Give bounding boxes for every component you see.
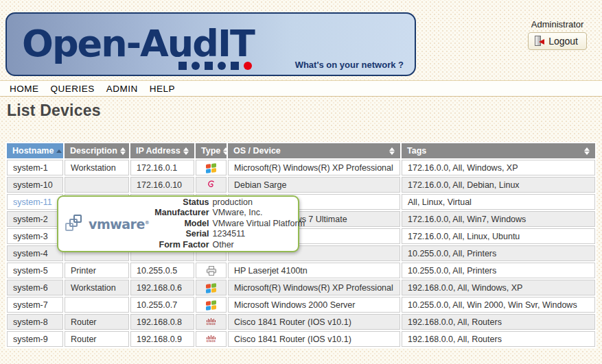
logo-title: Open-AudIT: [22, 22, 254, 65]
nav-item-admin[interactable]: ADMIN: [106, 84, 138, 94]
type-cell: [196, 297, 227, 313]
column-label: IP Address: [136, 146, 181, 156]
column-header-description[interactable]: Description: [65, 143, 129, 158]
column-header-hostname[interactable]: Hostname: [7, 143, 63, 158]
tags-cell: 192.168.0.0, All, Windows, XP: [402, 280, 595, 295]
sort-icon: [584, 147, 590, 155]
hostname-cell[interactable]: system-8: [7, 314, 63, 330]
column-header-tags[interactable]: Tags: [402, 143, 595, 158]
description-cell: Router: [65, 331, 129, 347]
hostname-cell[interactable]: system-7: [7, 297, 63, 313]
hostname-cell[interactable]: system-11: [7, 194, 63, 210]
cisco-icon: cisco: [207, 318, 216, 326]
table-row: system-1Workstation172.16.0.1Microsoft(R…: [7, 160, 595, 175]
ip-cell: 192.168.0.8: [130, 314, 194, 330]
logo-decoration: [178, 62, 252, 70]
main-nav: HOME QUERIES ADMIN HELP: [0, 80, 602, 97]
type-cell: [196, 177, 227, 193]
nav-item-queries[interactable]: QUERIES: [51, 84, 95, 94]
logout-button[interactable]: Logout: [528, 32, 587, 50]
os-cell: Microsoft(R) Windows(R) XP Professional: [228, 160, 400, 175]
table-row: system-710.255.0.7Microsoft Windows 2000…: [7, 297, 595, 313]
windows-icon: [206, 300, 216, 311]
device-detail-tooltip: vmware® StatusproductionManufacturerVMwa…: [57, 195, 299, 252]
nav-item-home[interactable]: HOME: [10, 84, 39, 94]
device-table-head: HostnameDescriptionIP AddressTypeOS / De…: [7, 143, 595, 158]
tooltip-field-label: Model: [154, 219, 209, 230]
tooltip-fields: StatusproductionManufacturerVMware, Inc.…: [154, 197, 305, 251]
tooltip-field-value: VMware, Inc.: [213, 208, 305, 219]
tags-cell: 172.16.0.0, All, Linux, Ubuntu: [402, 228, 595, 244]
tags-cell: 192.168.0.0, All, Routers: [402, 331, 595, 347]
hostname-cell[interactable]: system-2: [7, 211, 63, 227]
description-cell: Workstation: [65, 280, 129, 295]
column-header-os-device[interactable]: OS / Device: [228, 143, 400, 158]
sort-icon: [389, 147, 395, 155]
tooltip-field-value: VMware Virtual Platform: [213, 219, 305, 230]
sort-icon: [120, 147, 126, 155]
ip-cell: 192.168.0.9: [130, 331, 194, 347]
ip-cell: 172.16.0.10: [130, 177, 194, 193]
printer-icon: [206, 266, 217, 276]
tags-cell: 10.255.0.0, All, Win 2000, Win Svr, Wind…: [402, 297, 595, 313]
tooltip-field-value: 1234511: [213, 229, 305, 240]
tooltip-field-value: production: [213, 197, 305, 208]
hostname-cell[interactable]: system-10: [7, 177, 63, 193]
tooltip-field-label: Form Factor: [154, 240, 209, 251]
page-title: List Devices: [7, 101, 101, 120]
column-header-ip-address[interactable]: IP Address: [130, 143, 194, 158]
cisco-icon: cisco: [207, 335, 216, 343]
description-cell: Workstation: [65, 160, 129, 175]
ip-cell: 172.16.0.1: [130, 160, 194, 175]
windows-icon: [206, 283, 216, 293]
hostname-cell[interactable]: system-4: [7, 245, 63, 261]
square-icon: [205, 62, 213, 70]
type-cell: cisco: [196, 314, 227, 330]
square-icon: [178, 62, 187, 70]
red-circle-icon: [244, 62, 252, 70]
hostname-cell[interactable]: system-5: [7, 263, 63, 278]
sort-icon: [223, 147, 227, 155]
os-cell: Microsoft Windows 2000 Server: [228, 297, 400, 313]
ip-cell: 192.168.0.6: [130, 280, 194, 295]
device-table-body: system-1Workstation172.16.0.1Microsoft(R…: [7, 160, 595, 347]
type-cell: [196, 160, 227, 175]
type-cell: [196, 280, 227, 295]
windows-icon: [206, 163, 216, 173]
description-cell: [65, 297, 129, 313]
account-area: Administrator Logout: [528, 19, 587, 50]
tags-cell: All, Linux, Virtual: [402, 194, 595, 210]
description-cell: Router: [65, 314, 129, 330]
column-label: OS / Device: [233, 146, 281, 156]
hostname-cell[interactable]: system-6: [7, 280, 63, 295]
table-row: system-9Router192.168.0.9ciscoCisco 1841…: [7, 331, 595, 347]
tags-cell: 10.255.0.0, All, Printers: [402, 263, 595, 278]
hostname-cell[interactable]: system-9: [7, 331, 63, 347]
hostname-cell[interactable]: system-1: [7, 160, 63, 175]
tagline: What's on your network ?: [295, 60, 404, 70]
os-cell: Microsoft(R) Windows(R) XP Professional: [228, 280, 400, 295]
tooltip-field-label: Status: [154, 197, 209, 208]
vmware-logo: vmware®: [65, 215, 149, 234]
tooltip-field-value: Other: [213, 240, 305, 251]
column-label: Type: [201, 146, 220, 156]
sort-icon: [56, 149, 62, 153]
nav-item-help[interactable]: HELP: [150, 84, 175, 94]
tags-cell: 172.16.0.0, All, Debian, Linux: [402, 177, 595, 193]
type-cell: [196, 263, 227, 278]
square-icon: [231, 62, 239, 70]
logged-in-user: Administrator: [531, 19, 584, 29]
column-header-type[interactable]: Type: [196, 143, 227, 158]
hostname-cell[interactable]: system-3: [7, 228, 63, 244]
logo-banner: Open-AudIT What's on your network ?: [5, 12, 416, 76]
sort-icon: [183, 147, 189, 155]
table-row: system-10172.16.0.10Debian Sarge172.16.0…: [7, 177, 595, 193]
os-cell: Cisco 1841 Router (IOS v10.1): [228, 331, 400, 347]
description-cell: Printer: [65, 263, 129, 278]
vmware-wordmark: vmware®: [89, 217, 149, 232]
vmware-boxes-icon: [65, 215, 84, 234]
tags-cell: 172.16.0.0, All, Windows, XP: [402, 160, 595, 175]
table-row: system-6Workstation192.168.0.6Microsoft(…: [7, 280, 595, 295]
logout-door-icon: [535, 36, 544, 47]
type-cell: cisco: [196, 331, 227, 347]
